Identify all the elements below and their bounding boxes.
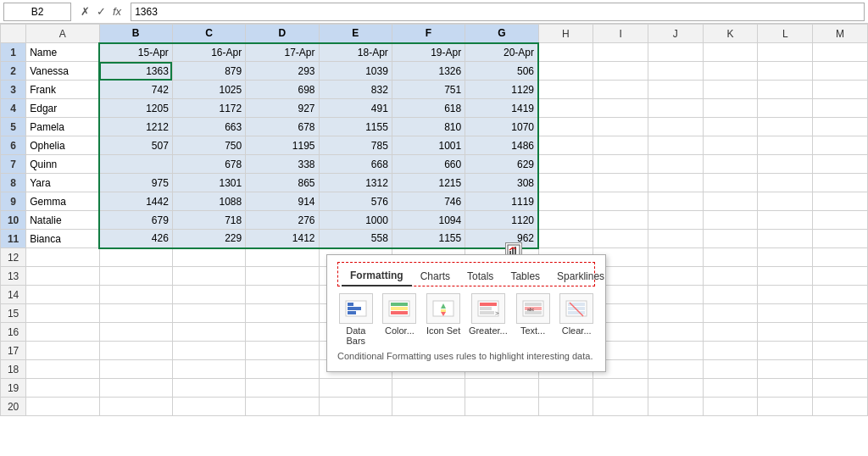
cell-d[interactable]: 276 [246, 211, 319, 230]
cell-i[interactable] [593, 174, 648, 192]
icon-item-greater[interactable]: > Greater... [469, 293, 508, 346]
cell-j[interactable] [648, 174, 703, 192]
cell-j[interactable] [648, 323, 703, 342]
cell-b[interactable]: 1212 [99, 118, 172, 136]
cell-c[interactable]: 718 [172, 211, 245, 230]
cell-d[interactable]: 678 [246, 118, 319, 136]
cell-b[interactable]: 1205 [99, 99, 172, 118]
cell-e[interactable]: 558 [319, 230, 392, 248]
cell-j[interactable] [648, 192, 703, 211]
cell-h[interactable] [538, 136, 593, 155]
cell-e[interactable]: 18-Apr [319, 43, 392, 62]
cell-a[interactable] [26, 248, 99, 267]
cell-b[interactable]: 1363 [99, 62, 172, 81]
cell-j[interactable] [648, 136, 703, 155]
cell-d[interactable]: 1412 [246, 230, 319, 248]
cell-d[interactable]: 338 [246, 155, 319, 174]
icon-item-data-bars[interactable]: Data Bars [337, 293, 375, 346]
cross-icon[interactable]: ✗ [78, 5, 92, 18]
cell-f[interactable]: 618 [392, 99, 465, 118]
cell-f[interactable]: 19-Apr [392, 43, 465, 62]
cell-i[interactable] [593, 118, 648, 136]
cell-j[interactable] [648, 118, 703, 136]
cell-i[interactable] [593, 155, 648, 174]
cell-f[interactable]: 1326 [392, 62, 465, 81]
cell-h[interactable] [538, 43, 593, 62]
cell-e[interactable] [319, 379, 392, 398]
cell-d[interactable] [246, 360, 319, 379]
cell-k[interactable] [703, 192, 758, 211]
cell-f[interactable]: 1155 [392, 230, 465, 248]
cell-m[interactable] [813, 286, 868, 304]
cell-i[interactable] [593, 81, 648, 99]
cell-f[interactable] [392, 379, 465, 398]
cell-m[interactable] [813, 323, 868, 342]
cell-k[interactable] [703, 211, 758, 230]
col-header-i[interactable]: I [593, 25, 648, 43]
cell-k[interactable] [703, 230, 758, 248]
col-header-c[interactable]: C [172, 25, 245, 43]
cell-m[interactable] [813, 267, 868, 286]
cell-c[interactable]: 1025 [172, 81, 245, 99]
cell-b[interactable] [99, 267, 172, 286]
cell-b[interactable] [99, 286, 172, 304]
cell-g[interactable]: 962 [465, 230, 538, 248]
cell-g[interactable]: 1119 [465, 192, 538, 211]
cell-j[interactable] [648, 43, 703, 62]
cell-m[interactable] [813, 155, 868, 174]
cell-c[interactable]: 750 [172, 136, 245, 155]
cell-c[interactable]: 678 [172, 155, 245, 174]
cell-k[interactable] [703, 81, 758, 99]
cell-e[interactable] [319, 398, 392, 416]
cell-h[interactable] [538, 230, 593, 248]
cell-c[interactable]: 229 [172, 230, 245, 248]
cell-j[interactable] [648, 286, 703, 304]
cell-f[interactable]: 810 [392, 118, 465, 136]
col-header-k[interactable]: K [703, 25, 758, 43]
cell-e[interactable]: 668 [319, 155, 392, 174]
cell-m[interactable] [813, 43, 868, 62]
cell-i[interactable] [593, 211, 648, 230]
cell-m[interactable] [813, 174, 868, 192]
cell-b[interactable]: 15-Apr [99, 43, 172, 62]
cell-b[interactable] [99, 398, 172, 416]
cell-d[interactable] [246, 286, 319, 304]
cell-c[interactable] [172, 304, 245, 323]
cell-i[interactable] [593, 43, 648, 62]
cell-l[interactable] [758, 43, 813, 62]
cell-a[interactable] [26, 304, 99, 323]
cell-k[interactable] [703, 99, 758, 118]
cell-j[interactable] [648, 398, 703, 416]
cell-c[interactable]: 1088 [172, 192, 245, 211]
cell-j[interactable] [648, 155, 703, 174]
col-header-d[interactable]: D [246, 25, 319, 43]
cell-a[interactable] [26, 379, 99, 398]
cell-d[interactable] [246, 248, 319, 267]
cell-f[interactable]: 660 [392, 155, 465, 174]
cell-h[interactable] [538, 81, 593, 99]
cell-k[interactable] [703, 360, 758, 379]
cell-g[interactable]: 629 [465, 155, 538, 174]
cell-c[interactable]: 663 [172, 118, 245, 136]
cell-m[interactable] [813, 379, 868, 398]
cell-k[interactable] [703, 248, 758, 267]
cell-l[interactable] [758, 398, 813, 416]
cell-l[interactable] [758, 248, 813, 267]
cell-d[interactable] [246, 267, 319, 286]
cell-d[interactable]: 17-Apr [246, 43, 319, 62]
cell-k[interactable] [703, 342, 758, 360]
cell-j[interactable] [648, 62, 703, 81]
cell-h[interactable] [538, 398, 593, 416]
cell-c[interactable]: 879 [172, 62, 245, 81]
cell-d[interactable] [246, 342, 319, 360]
cell-f[interactable]: 1001 [392, 136, 465, 155]
cell-d[interactable] [246, 304, 319, 323]
cell-h[interactable] [538, 155, 593, 174]
cell-m[interactable] [813, 304, 868, 323]
icon-item-color[interactable]: Color... [381, 293, 419, 346]
cell-d[interactable]: 1195 [246, 136, 319, 155]
cell-h[interactable] [538, 192, 593, 211]
cell-m[interactable] [813, 230, 868, 248]
cell-m[interactable] [813, 192, 868, 211]
cell-j[interactable] [648, 99, 703, 118]
